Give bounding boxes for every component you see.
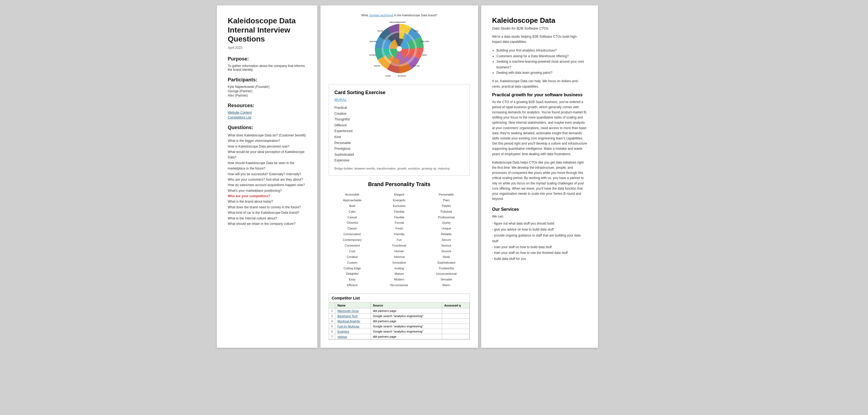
svg-text:SAGE: SAGE: [414, 30, 418, 32]
resources-links: Website ContentCompetitors List: [228, 111, 306, 119]
trait-item: Warm: [423, 282, 470, 288]
competitor-assessed-cell: [442, 319, 469, 324]
trait-item: Cheerful: [329, 220, 376, 226]
svg-text:LOVER: LOVER: [385, 75, 391, 77]
trait-item: Secure: [423, 237, 470, 243]
trait-item: Conservative: [329, 231, 376, 237]
question-item: What is the internal culture about?: [228, 216, 306, 221]
card-sorting-item: Sophisticated: [334, 152, 464, 158]
questions-heading: Questions:: [228, 125, 306, 130]
table-row: 3Backhand TechGoogle search "analytics e…: [329, 314, 470, 319]
services-list: - figure out what data stuff you should …: [492, 221, 587, 262]
mural-link[interactable]: MURAL: [334, 98, 464, 102]
competitor-name-cell: various: [335, 334, 371, 339]
participants-heading: Participants:: [228, 77, 306, 83]
question-item: What should we retain in the company cul…: [228, 221, 306, 226]
competitor-source-cell: dbt partners page: [371, 309, 442, 314]
card-middle: What Jungian archetype is the Kaleidosco…: [320, 5, 478, 348]
trait-item: Quirky: [423, 220, 470, 226]
brand-personality-section: Brand Personality Traits AccessibleAppro…: [329, 181, 470, 288]
row-num: 2: [329, 309, 335, 314]
trait-item: Flexible: [376, 215, 423, 220]
traits-grid: AccessibleApproachableBoldCalmCasualChee…: [329, 192, 470, 288]
trait-item: Serious: [423, 243, 470, 249]
resource-link[interactable]: Website Content: [228, 111, 306, 115]
participant-item: George (Partner): [228, 89, 306, 93]
card-sorting-item: Personable: [334, 140, 464, 146]
trait-item: Mature: [376, 271, 423, 277]
archetype-link[interactable]: Jungian archetype: [369, 13, 393, 17]
trait-item: Approachable: [329, 197, 376, 203]
svg-text:CREATOR: CREATOR: [389, 22, 397, 23]
svg-text:EVERYMAN: EVERYMAN: [369, 54, 376, 56]
left-title: Kaleidoscope Data Internal Interview Que…: [228, 16, 306, 44]
right-intro: We're a data studio helping B2B Software…: [492, 34, 587, 44]
card-sorting-item: Expensive: [334, 158, 464, 164]
competitor-name-link[interactable]: Montreal Analytic: [337, 320, 360, 323]
question-item: How should Kaleidoscope Data be seen in …: [228, 160, 306, 171]
right-title: Kaleidoscope Data: [492, 16, 587, 25]
table-row: 6EvolyticsGoogle search "analytics engin…: [329, 329, 470, 334]
card-sorting-item: Kind: [334, 134, 464, 140]
trait-item: Polished: [423, 209, 470, 215]
trait-item: Calm: [329, 209, 376, 215]
row-num: 6: [329, 329, 335, 334]
traits-col2: ElegantEnergeticExclusiveFamiliarFlexibl…: [376, 192, 423, 288]
trait-item: Informal: [376, 254, 423, 260]
trait-item: Elegant: [376, 192, 423, 197]
card-sorting-item: Creative: [334, 111, 464, 117]
trait-item: Efficient: [329, 282, 376, 288]
svg-text:INNOCENT: INNOCENT: [397, 22, 406, 23]
bullet-item: Customers asking for a Data Warehouse of…: [496, 54, 587, 59]
trait-item: Sincere: [423, 249, 470, 254]
competitor-source-cell: dbt partners page: [371, 319, 442, 324]
trait-item: Cutting Edge: [329, 265, 376, 271]
competitor-name-link[interactable]: Fuel by McKinse: [337, 325, 359, 328]
competitor-name-link[interactable]: Mammoth Grow: [337, 309, 359, 313]
right-if-so: If so, Kaleidoscope Data can help. We fo…: [492, 79, 587, 89]
page-container: Kaleidoscope Data Internal Interview Que…: [217, 5, 651, 348]
competitor-name-link[interactable]: Evolytics: [337, 330, 349, 333]
question-item: How will you be successful? Externally? …: [228, 171, 306, 177]
trait-item: Sleek: [423, 254, 470, 260]
competitor-assessed-cell: [442, 334, 469, 339]
resource-link[interactable]: Competitors List: [228, 116, 306, 119]
card-sorting-item: Thoughtful: [334, 117, 464, 123]
trait-item: Formal: [376, 220, 423, 226]
practical-text: As the CTO of a growing B2B SaaS busines…: [492, 100, 587, 157]
competitor-list-section: Competitor List Name Source Assessed q 2…: [329, 293, 470, 340]
table-row: 4Montreal Analyticdbt partners page: [329, 319, 470, 324]
competitor-name-cell: Backhand Tech: [335, 314, 371, 319]
svg-text:RULER: RULER: [377, 30, 383, 32]
trait-item: Reliable: [423, 231, 470, 237]
competitor-source-cell: dbt partners page: [371, 334, 442, 339]
service-item: - train your staff on how to use the fin…: [492, 250, 587, 256]
service-item: - give you advice on how to build data s…: [492, 227, 587, 233]
trait-item: Cool: [329, 249, 376, 254]
svg-text:CAREGIVER: CAREGIVER: [369, 41, 377, 42]
trait-item: Casual: [329, 215, 376, 220]
trait-item: Familiar: [376, 209, 423, 215]
trait-item: Human: [376, 249, 423, 254]
competitor-name-cell: Evolytics: [335, 329, 371, 334]
question-item: What kind of car is the Kaleidoscope Dat…: [228, 210, 306, 215]
right-subtitle: Data Studio for B2B Software CTOs: [492, 26, 587, 30]
col-num: [329, 303, 335, 309]
question-item: Who are your customers? And what are the…: [228, 177, 306, 182]
trait-item: Creative: [329, 254, 376, 260]
trait-item: Bold: [329, 203, 376, 209]
left-date: April 2022: [228, 46, 306, 50]
col-name: Name: [335, 303, 371, 309]
competitor-name-link[interactable]: Backhand Tech: [337, 314, 358, 318]
trait-item: Contemporary: [329, 237, 376, 243]
question-item: What does Kaleidoscope Data do? (Custome…: [228, 133, 306, 138]
svg-point-2: [397, 46, 402, 52]
archetype-section: What Jungian archetype is the Kaleidosco…: [329, 13, 470, 79]
competitor-name-link[interactable]: various: [337, 335, 347, 338]
card-sorting-item: Practical: [334, 105, 464, 111]
traits-col3: PersonablePlainPlayfulPolishedProfession…: [423, 192, 470, 288]
participant-item: Kyle Napierkowski (Founder): [228, 85, 306, 89]
card-sorting-items: PracticalCreativeThoughtfulDifferentExpe…: [334, 105, 464, 164]
wheel-container: INNOCENT SAGE EXPLORER HERO OUTLAW MAGIC…: [329, 19, 470, 79]
participants-list: Kyle Napierkowski (Founder)George (Partn…: [228, 85, 306, 97]
